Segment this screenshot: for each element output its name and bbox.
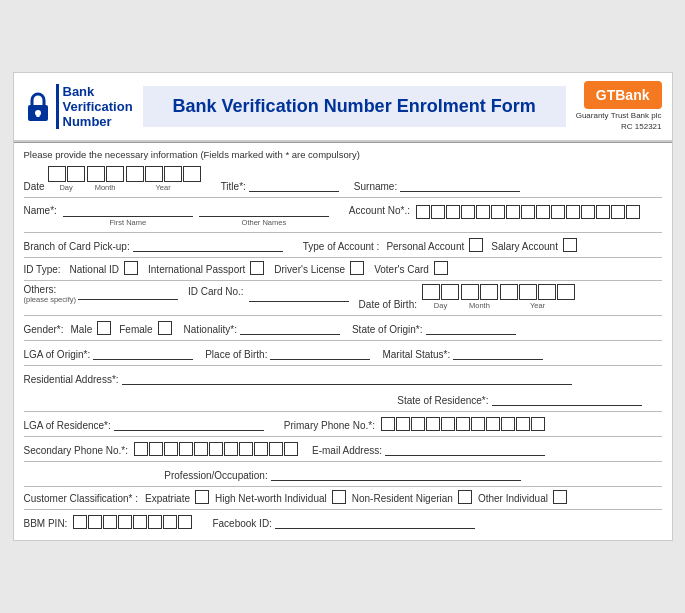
residential-address-input[interactable] xyxy=(122,369,572,385)
acct-box-13[interactable] xyxy=(596,205,610,219)
bbm-pin-label: BBM PIN: xyxy=(24,518,68,529)
sphone-box-1[interactable] xyxy=(134,442,148,456)
acct-box-9[interactable] xyxy=(536,205,550,219)
pphone-box-6[interactable] xyxy=(456,417,470,431)
date-year-box4[interactable] xyxy=(183,166,201,182)
date-day-box1[interactable] xyxy=(48,166,66,182)
bbm-box-5[interactable] xyxy=(133,515,147,529)
dob-month-box2[interactable] xyxy=(480,284,498,300)
month-label: Month xyxy=(95,183,116,192)
lga-of-origin-input[interactable] xyxy=(93,344,193,360)
marital-status-input[interactable] xyxy=(453,344,543,360)
high-networth-checkbox[interactable] xyxy=(332,490,346,504)
dob-year-box1[interactable] xyxy=(500,284,518,300)
sphone-box-3[interactable] xyxy=(164,442,178,456)
personal-account-label: Personal Account xyxy=(386,241,464,252)
acct-box-15[interactable] xyxy=(626,205,640,219)
intl-passport-checkbox[interactable] xyxy=(250,261,264,275)
bbm-box-1[interactable] xyxy=(73,515,87,529)
date-year-box3[interactable] xyxy=(164,166,182,182)
sphone-box-11[interactable] xyxy=(284,442,298,456)
sphone-box-4[interactable] xyxy=(179,442,193,456)
place-of-birth-input[interactable] xyxy=(270,344,370,360)
facebook-id-input[interactable] xyxy=(275,513,475,529)
sphone-box-5[interactable] xyxy=(194,442,208,456)
bvn-bank: Bank xyxy=(63,84,133,99)
drivers-license-checkbox[interactable] xyxy=(350,261,364,275)
pphone-box-2[interactable] xyxy=(396,417,410,431)
id-card-no-input[interactable] xyxy=(249,286,349,302)
female-checkbox[interactable] xyxy=(158,321,172,335)
bbm-box-3[interactable] xyxy=(103,515,117,529)
sphone-box-10[interactable] xyxy=(269,442,283,456)
salary-account-checkbox[interactable] xyxy=(563,238,577,252)
expatriate-checkbox[interactable] xyxy=(195,490,209,504)
non-resident-checkbox[interactable] xyxy=(458,490,472,504)
acct-box-14[interactable] xyxy=(611,205,625,219)
first-name-sublabel: First Name xyxy=(63,218,193,227)
pphone-box-10[interactable] xyxy=(516,417,530,431)
divider12 xyxy=(24,509,662,510)
acct-box-8[interactable] xyxy=(521,205,535,219)
acct-box-6[interactable] xyxy=(491,205,505,219)
dob-day-box1[interactable] xyxy=(422,284,440,300)
other-individual-checkbox[interactable] xyxy=(553,490,567,504)
sphone-box-6[interactable] xyxy=(209,442,223,456)
bbm-box-8[interactable] xyxy=(178,515,192,529)
lga-of-residence-input[interactable] xyxy=(114,415,264,431)
dob-year-box4[interactable] xyxy=(557,284,575,300)
sphone-box-2[interactable] xyxy=(149,442,163,456)
nationality-input[interactable] xyxy=(240,319,340,335)
pphone-box-4[interactable] xyxy=(426,417,440,431)
pphone-box-3[interactable] xyxy=(411,417,425,431)
acct-box-7[interactable] xyxy=(506,205,520,219)
pphone-box-1[interactable] xyxy=(381,417,395,431)
acct-box-3[interactable] xyxy=(446,205,460,219)
email-input[interactable] xyxy=(385,440,545,456)
acct-box-10[interactable] xyxy=(551,205,565,219)
row-branch-accounttype: Branch of Card Pick-up: Type of Account … xyxy=(24,236,662,252)
date-month-box2[interactable] xyxy=(106,166,124,182)
acct-box-11[interactable] xyxy=(566,205,580,219)
bbm-box-7[interactable] xyxy=(163,515,177,529)
name-label: Name*: xyxy=(24,205,57,216)
dob-day-box2[interactable] xyxy=(441,284,459,300)
others-input[interactable] xyxy=(78,284,178,300)
sphone-box-9[interactable] xyxy=(254,442,268,456)
first-name-input[interactable] xyxy=(63,201,193,217)
pphone-box-8[interactable] xyxy=(486,417,500,431)
dob-year-box3[interactable] xyxy=(538,284,556,300)
acct-box-4[interactable] xyxy=(461,205,475,219)
sphone-box-8[interactable] xyxy=(239,442,253,456)
personal-account-checkbox[interactable] xyxy=(469,238,483,252)
dob-month-box1[interactable] xyxy=(461,284,479,300)
national-id-checkbox[interactable] xyxy=(124,261,138,275)
acct-box-2[interactable] xyxy=(431,205,445,219)
other-names-input[interactable] xyxy=(199,201,329,217)
branch-input[interactable] xyxy=(133,236,283,252)
bbm-box-4[interactable] xyxy=(118,515,132,529)
pphone-box-11[interactable] xyxy=(531,417,545,431)
sphone-box-7[interactable] xyxy=(224,442,238,456)
date-day-box2[interactable] xyxy=(67,166,85,182)
acct-box-12[interactable] xyxy=(581,205,595,219)
voters-card-checkbox[interactable] xyxy=(434,261,448,275)
pphone-box-7[interactable] xyxy=(471,417,485,431)
profession-input[interactable] xyxy=(271,465,521,481)
pphone-box-9[interactable] xyxy=(501,417,515,431)
dob-year-box2[interactable] xyxy=(519,284,537,300)
male-checkbox[interactable] xyxy=(97,321,111,335)
title-input[interactable] xyxy=(249,176,339,192)
surname-input[interactable] xyxy=(400,176,520,192)
other-names-sublabel: Other Names xyxy=(199,218,329,227)
state-of-residence-input[interactable] xyxy=(492,390,642,406)
pphone-box-5[interactable] xyxy=(441,417,455,431)
state-of-origin-input[interactable] xyxy=(426,319,516,335)
date-year-box1[interactable] xyxy=(126,166,144,182)
bbm-box-2[interactable] xyxy=(88,515,102,529)
acct-box-1[interactable] xyxy=(416,205,430,219)
date-year-box2[interactable] xyxy=(145,166,163,182)
date-month-box1[interactable] xyxy=(87,166,105,182)
bbm-box-6[interactable] xyxy=(148,515,162,529)
acct-box-5[interactable] xyxy=(476,205,490,219)
